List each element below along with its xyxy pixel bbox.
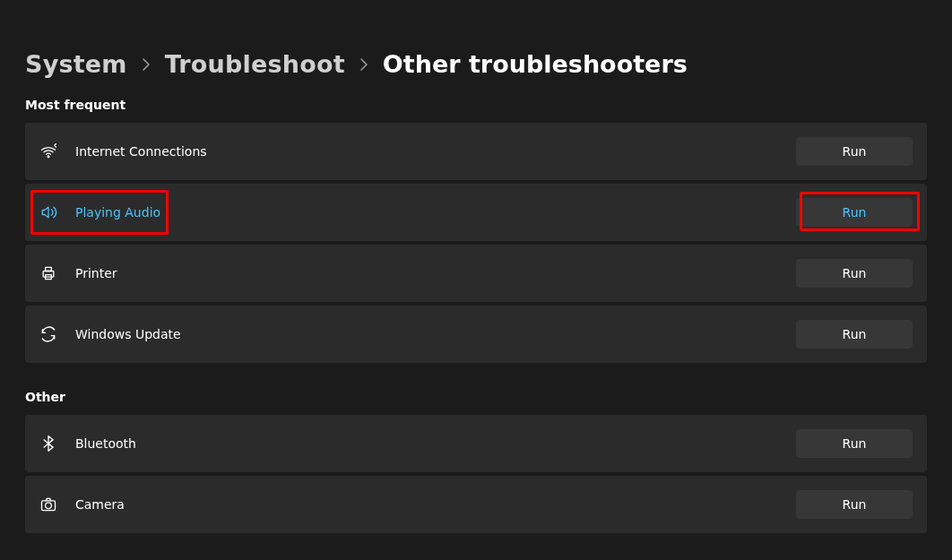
troubleshooter-row-audio: Playing Audio Run <box>25 184 927 241</box>
troubleshooter-label: Camera <box>72 497 796 512</box>
troubleshooter-row-camera: Camera Run <box>25 476 927 533</box>
run-button[interactable]: Run <box>796 137 913 166</box>
section-heading-other: Other <box>25 390 927 404</box>
chevron-right-icon <box>142 57 151 72</box>
breadcrumb-system[interactable]: System <box>25 50 127 78</box>
svg-rect-2 <box>46 267 52 271</box>
troubleshooter-label: Printer <box>72 266 796 280</box>
wifi-icon <box>39 142 72 160</box>
section-heading-most-frequent: Most frequent <box>25 98 927 112</box>
printer-icon <box>39 264 72 282</box>
troubleshooter-list-other: Bluetooth Run Camera Run <box>25 415 927 533</box>
troubleshooter-row-bluetooth: Bluetooth Run <box>25 415 927 472</box>
troubleshooter-label: Internet Connections <box>72 144 796 159</box>
run-button[interactable]: Run <box>796 320 913 349</box>
troubleshooter-label: Playing Audio <box>72 205 796 220</box>
svg-rect-1 <box>43 271 54 278</box>
breadcrumb-current: Other troubleshooters <box>383 50 688 78</box>
chevron-right-icon <box>359 57 368 72</box>
run-button[interactable]: Run <box>796 490 913 519</box>
troubleshooter-list-most-frequent: Internet Connections Run Playing Audio R… <box>25 123 927 363</box>
breadcrumb-troubleshoot[interactable]: Troubleshoot <box>165 50 345 78</box>
troubleshooter-label: Windows Update <box>72 327 796 341</box>
troubleshooter-row-internet: Internet Connections Run <box>25 123 927 180</box>
sync-icon <box>39 325 72 343</box>
bluetooth-icon <box>39 435 72 452</box>
title-bar-spacer <box>25 13 927 23</box>
speaker-icon <box>39 203 72 221</box>
svg-point-0 <box>48 156 49 158</box>
svg-point-5 <box>46 503 52 509</box>
camera-icon <box>39 495 72 513</box>
run-button[interactable]: Run <box>796 259 913 288</box>
breadcrumb: System Troubleshoot Other troubleshooter… <box>25 50 927 78</box>
troubleshooter-row-windows-update: Windows Update Run <box>25 306 927 363</box>
troubleshooter-label: Bluetooth <box>72 436 796 451</box>
run-button[interactable]: Run <box>796 198 913 227</box>
run-button[interactable]: Run <box>796 429 913 458</box>
troubleshooter-row-printer: Printer Run <box>25 245 927 302</box>
